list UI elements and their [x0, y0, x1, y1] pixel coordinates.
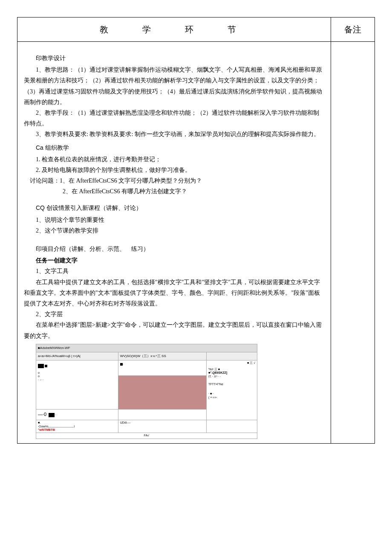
design-p1: 1、教学思路：（1）通过对课堂讲解掌握制作运动模糊文字、烟飘文字、个人写真相册、…	[24, 64, 324, 108]
discuss-q2: 2、在 AfterEffeCtsCS6 有哪几种方法创建文字？	[24, 186, 324, 197]
task-title: 任务一创建文字	[24, 255, 324, 266]
shot-side-panel: ■ 三 √ '%/r 三 ■ ■".QEIiSKZZ] IT. · X^ · ·…	[207, 360, 257, 420]
swatch-icon	[38, 364, 44, 368]
cq-p2: 2、这个节课的教学安排	[24, 225, 324, 236]
note-cell	[331, 42, 375, 444]
shot-titlebar: ■AdobeMX#Wcn-WF	[36, 344, 257, 352]
small-swatch-icon	[45, 365, 47, 367]
footer-mid-text: UDdi----	[120, 421, 205, 424]
section-org-title: Ca 组织教学	[24, 142, 324, 153]
section-cq-title: CQ 创设情景引入新课程（讲解、讨论）	[24, 203, 324, 213]
header-main-text: 教 学 环 节	[100, 25, 249, 34]
task-p1: 1、文字工具	[24, 266, 324, 276]
shot-left-bottom: —·0 ·	[36, 410, 118, 420]
lesson-plan-table: 教 学 环 节 备注 印教学设计 1、教学思路：（1）通过对课堂讲解掌握制作运动…	[17, 17, 375, 444]
shot-viewport-top: ·	[118, 360, 206, 376]
task-p2-body: 在菜单栏中选择"图层>新建>文字"命令，可以建立一个文字图层。建立文字图层后，可…	[24, 320, 324, 341]
side-l3: ■".QEIiSKZZ]	[208, 371, 255, 375]
shot-viewport-label: WV)SO(W)W（三）x·v.^三 SS	[118, 352, 206, 360]
side-l7: ( +·>>·	[208, 396, 255, 399]
shot-footer-bottom: FA√	[36, 433, 257, 439]
dot-icon	[120, 363, 123, 366]
shot-footer-side	[207, 420, 257, 433]
footer-red-text: "wflITMBT6I	[38, 428, 116, 432]
design-p2: 2、教学手段：（1）通过课堂讲解熟悉渲染理念和软件功能；（2）通过软件功能解析深…	[24, 108, 324, 129]
footer-left-text: ·Oow/m	[38, 425, 48, 428]
shot-left-text: oo· ←·	[38, 371, 116, 382]
shot-left-panel: oo· ←·	[36, 360, 118, 410]
header-note: 备注	[331, 17, 375, 42]
shot-menubar: a<a>Md-/A%oaM<uβ | τ>|A|	[36, 352, 118, 360]
design-p3: 3、教学资料及要求: 教学资料及要求: 制作一些文字动画，来加深学员对知识点的理…	[24, 129, 324, 139]
task-p1-body: 在工具箱中提供了建立文本的工具，包括选择"横排文字"工具和"竖排文字"工具，可以…	[24, 277, 324, 309]
task-p2: 2、文字层	[24, 309, 324, 320]
shot-side-header	[207, 352, 257, 360]
embedded-screenshot: ■AdobeMX#Wcn-WF a<a>Md-/A%oaM<uβ | τ>|A|…	[36, 344, 324, 439]
side-l6: · ■ ·	[208, 392, 255, 395]
shot-viewport-bottom	[118, 410, 206, 420]
zero-label: —·0	[38, 412, 46, 417]
side-l4: IT. · X^ · ·	[208, 375, 255, 378]
org-p1: 1. 检查各机位表的就座情况，进行考勤并登记；	[24, 154, 324, 165]
cq-p1: 1、说明这个章节的重要性	[24, 215, 324, 225]
shot-canvas	[118, 376, 206, 410]
section-design-title: 印教学设计	[24, 53, 324, 64]
content-cell: 印教学设计 1、教学思路：（1）通过对课堂讲解掌握制作运动模糊文字、烟飘文字、个…	[17, 42, 331, 444]
swatch-icon-2	[49, 413, 55, 417]
section-proj-title: 印项目介绍（讲解、分析、示范、 练习）	[24, 244, 324, 254]
side-l2: '%/r 三 ■	[208, 368, 255, 371]
side-l1: ■ 三 √	[247, 361, 255, 364]
discuss-q1: 讨论问题：1、在 AfterEffeCtsCS6 文字可分哪几种类型？分别为？	[24, 175, 324, 186]
org-p2: 2. 及时给电脑有故障的个别学生调整机位，做好学习准备。	[24, 165, 324, 175]
side-l5: TFTT»Γ%e	[208, 383, 255, 386]
shot-footer-left: ■. ·Oow/mI "wflITMBT6I	[36, 420, 118, 433]
shot-footer-mid: UDdi----	[118, 420, 206, 433]
header-note-text: 备注	[344, 25, 361, 34]
header-main: 教 学 环 节	[17, 17, 331, 42]
